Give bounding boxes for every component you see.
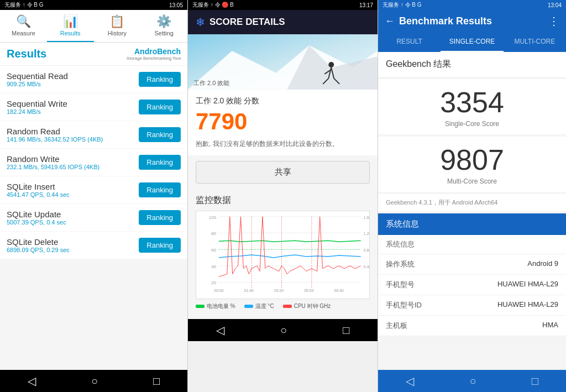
sys-val-3: HMA xyxy=(542,321,558,331)
bench-item-sqlite-insert: SQLite Insert 4541.47 QPS, 0.44 sec Rank… xyxy=(0,176,187,203)
single-core-score-block: 3354 Single-Core Score xyxy=(378,79,566,134)
bench-item-sqlite-delete: SQLite Delete 6898.09 QPS, 0.29 sec Rank… xyxy=(0,232,187,259)
bench-info-random-read: Random Read 141.96 MB/s, 36342.52 IOPS (… xyxy=(7,127,103,143)
bench-info-sqlite-insert: SQLite Insert 4541.47 QPS, 0.44 sec xyxy=(7,182,70,198)
home-btn-1[interactable]: ○ xyxy=(91,375,98,388)
benchmark-title: Benchmark Results xyxy=(399,15,492,27)
home-btn-3[interactable]: ○ xyxy=(469,375,476,388)
bench-name-4: SQLite Insert xyxy=(7,182,70,191)
tab-multi-core[interactable]: MULTI-CORE xyxy=(504,32,566,52)
ranking-btn-0[interactable]: Ranking xyxy=(139,72,181,87)
svg-text:60: 60 xyxy=(211,248,216,253)
score-header-icon: ❄ xyxy=(196,15,205,29)
tab-results[interactable]: 📊 Results xyxy=(47,10,94,42)
system-info-header-text: 系统信息 xyxy=(386,219,419,228)
toolbar-left: ← Benchmark Results xyxy=(385,15,492,27)
single-core-score: 3354 xyxy=(440,86,504,119)
score-big: 7790 xyxy=(196,108,370,135)
svg-text:1.20GHz: 1.20GHz xyxy=(364,232,369,236)
share-button[interactable]: 共享 xyxy=(196,161,370,184)
ranking-btn-6[interactable]: Ranking xyxy=(139,238,181,253)
bench-name-1: Sequential Write xyxy=(7,99,67,108)
recent-btn-1[interactable]: □ xyxy=(153,375,160,388)
svg-text:06:40: 06:40 xyxy=(334,289,344,292)
sys-row-2: 手机型号ID HUAWEI HMA-L29 xyxy=(378,295,566,316)
svg-text:0.40GHz: 0.40GHz xyxy=(364,265,369,269)
score-desc: 抱歉, 我们没有足够的数据来对比此设备的分数。 xyxy=(196,139,370,149)
measure-icon: 🔍 xyxy=(16,14,31,29)
legend-dot-temp xyxy=(244,305,253,308)
chart-legend: 电池电量 % 温度 °C CPU 时钟 GHz xyxy=(196,299,370,313)
bench-sub-0: 909.25 MB/s xyxy=(7,81,68,87)
back-btn-1[interactable]: ◁ xyxy=(28,374,36,388)
tab-result[interactable]: RESULT xyxy=(378,32,441,52)
status-bar-3: 无服务 ↑ 令 B G 13:04 xyxy=(378,0,566,10)
svg-point-3 xyxy=(328,62,334,67)
bench-item-random-write: Random Write 232.1 MB/s, 59419.65 IOPS (… xyxy=(0,149,187,176)
ranking-btn-5[interactable]: Ranking xyxy=(139,210,181,225)
sys-key-2: 手机型号ID xyxy=(386,300,422,310)
svg-text:05:00: 05:00 xyxy=(304,289,313,292)
svg-text:03:20: 03:20 xyxy=(274,289,284,292)
bench-name-0: Sequential Read xyxy=(7,71,68,81)
back-btn-2[interactable]: ◁ xyxy=(216,323,224,337)
status-bar-1: 无服务 ↑ 令 B G 13:05 xyxy=(0,0,187,10)
score-label: 工作 2.0 效能 分数 xyxy=(196,96,370,106)
bench-list: Sequential Read 909.25 MB/s Ranking Sequ… xyxy=(0,66,187,370)
ranking-btn-4[interactable]: Ranking xyxy=(139,182,181,197)
sys-row-0: 操作系统 Android 9 xyxy=(378,254,566,275)
svg-text:100: 100 xyxy=(209,215,217,220)
sys-key-3: 主机板 xyxy=(386,321,407,331)
bench-sub-4: 4541.47 QPS, 0.44 sec xyxy=(7,191,70,198)
nav-tabs-1: 🔍 Measure 📊 Results 📋 History ⚙️ Setting xyxy=(0,10,187,43)
bench-name-2: Random Read xyxy=(7,127,103,136)
more-options-icon[interactable]: ⋮ xyxy=(548,14,559,28)
bench-sub-3: 232.1 MB/s, 59419.65 IOPS (4KB) xyxy=(7,164,99,170)
bench-sub-1: 182.24 MB/s xyxy=(7,108,67,115)
tab-measure[interactable]: 🔍 Measure xyxy=(0,10,47,42)
monitor-section: 监控数据 100 80 60 40 20 1.60GHz 1.20GHz 0.8… xyxy=(188,189,378,319)
svg-text:0.80GHz: 0.80GHz xyxy=(364,248,369,252)
sys-key-1: 手机型号 xyxy=(386,280,415,290)
score-value: 7790 xyxy=(196,108,247,135)
bench-item-sqlite-update: SQLite Update 5007.39 QPS, 0.4 sec Ranki… xyxy=(0,204,187,231)
tab-results-label: Results xyxy=(60,30,81,36)
sys-val-2: HUAWEI HMA-L29 xyxy=(497,300,558,310)
legend-cpu: CPU 时钟 GHz xyxy=(283,302,331,310)
multi-core-score-block: 9807 Multi-Core Score xyxy=(378,137,566,192)
tab-single-core[interactable]: SINGLE-CORE xyxy=(441,32,503,52)
hero-image: 工作 2.0 效能 xyxy=(188,34,378,90)
home-btn-2[interactable]: ○ xyxy=(280,324,287,337)
benchmark-toolbar: ← Benchmark Results ⋮ xyxy=(378,10,566,32)
bench-sub-6: 6898.09 QPS, 0.29 sec xyxy=(7,247,70,253)
recent-btn-3[interactable]: □ xyxy=(532,375,538,388)
hero-text: 工作 2.0 效能 xyxy=(193,80,229,86)
recent-btn-2[interactable]: □ xyxy=(343,324,349,337)
bottom-nav-3: ◁ ○ □ xyxy=(378,370,566,392)
svg-text:1.60GHz: 1.60GHz xyxy=(364,216,369,219)
bench-item-sequential-read: Sequential Read 909.25 MB/s Ranking xyxy=(0,66,187,93)
svg-text:00:00: 00:00 xyxy=(214,289,223,292)
status-time-3: 13:04 xyxy=(548,2,562,8)
history-icon: 📋 xyxy=(109,14,124,29)
back-btn-3[interactable]: ◁ xyxy=(406,374,414,388)
benchmark-results-panel: 无服务 ↑ 令 B G 13:04 ← Benchmark Results ⋮ … xyxy=(378,0,566,392)
legend-label-battery: 电池电量 % xyxy=(207,302,235,310)
back-arrow-icon[interactable]: ← xyxy=(385,15,395,27)
tab-history[interactable]: 📋 History xyxy=(94,10,141,42)
ranking-btn-2[interactable]: Ranking xyxy=(139,127,181,142)
bench-info-sequential-read: Sequential Read 909.25 MB/s xyxy=(7,71,68,87)
bench-item-sequential-write: Sequential Write 182.24 MB/s Ranking xyxy=(0,93,187,121)
ranking-btn-1[interactable]: Ranking xyxy=(139,100,181,114)
legend-dot-cpu xyxy=(283,305,292,308)
status-left-3: 无服务 ↑ 令 B G xyxy=(382,1,422,9)
benchmark-content: Geekbench 结果 3354 Single-Core Score 9807… xyxy=(378,52,566,370)
bottom-nav-2: ◁ ○ □ xyxy=(188,319,378,341)
status-time-2: 13:17 xyxy=(359,2,373,8)
results-title: Results xyxy=(7,48,46,60)
status-bar-2: 无服务 ↑ 令 🔴 B 13:17 xyxy=(188,0,378,10)
legend-dot-battery xyxy=(196,305,205,308)
tab-setting[interactable]: ⚙️ Setting xyxy=(140,10,187,42)
androbench-panel: 无服务 ↑ 令 B G 13:05 🔍 Measure 📊 Results 📋 … xyxy=(0,0,188,392)
ranking-btn-3[interactable]: Ranking xyxy=(139,155,181,170)
